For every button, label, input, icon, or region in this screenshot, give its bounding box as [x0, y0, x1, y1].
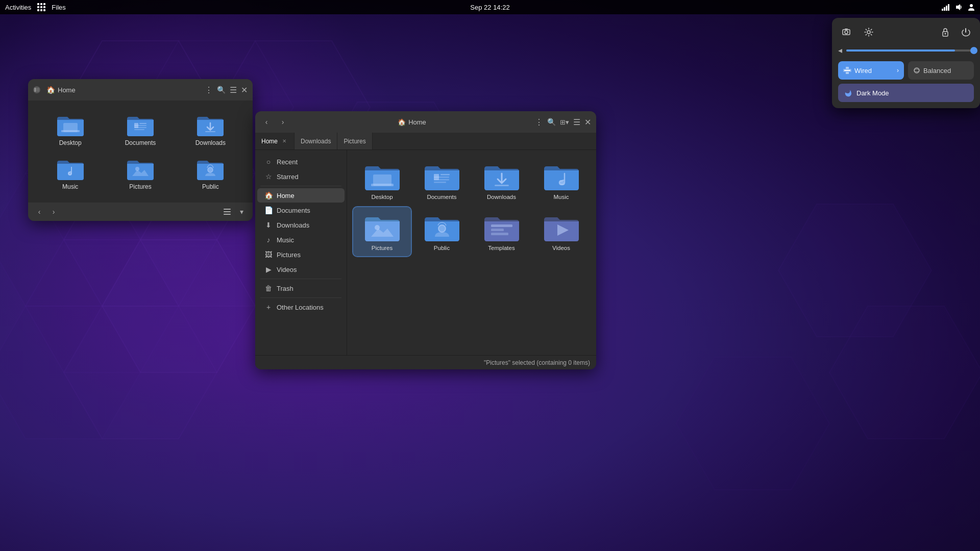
svg-marker-17 — [676, 357, 829, 490]
dark-mode-btn[interactable]: Dark Mode — [838, 84, 974, 102]
large-fm-body: ○ Recent ☆ Starred 🏠 Home 📄 Documents ⬇ … — [255, 150, 596, 355]
volume-slider[interactable] — [846, 49, 974, 52]
screenshot-btn[interactable] — [838, 24, 854, 40]
sidebar-item-home[interactable]: 🏠 Home — [257, 188, 345, 203]
sidebar-item-downloads[interactable]: ⬇ Downloads — [257, 218, 345, 232]
sidebar-item-music[interactable]: ♪ Music — [257, 233, 345, 247]
tab-home-close[interactable]: ✕ — [281, 138, 288, 145]
sidebar-item-trash[interactable]: 🗑 Trash — [257, 281, 345, 295]
sidebar-recent-label: Recent — [277, 158, 298, 166]
large-fm-location: 🏠 Home — [293, 118, 531, 126]
power-btn[interactable] — [958, 24, 974, 40]
small-file-manager: 🏠 Home ⋮ 🔍 ☰ ✕ Desktop — [28, 79, 253, 221]
large-fm-item-desktop[interactable]: Desktop — [353, 156, 411, 205]
wired-network-btn[interactable]: Wired › — [838, 61, 904, 80]
svg-rect-25 — [37, 88, 39, 92]
large-fm-back-btn[interactable]: ‹ — [260, 116, 273, 128]
balanced-btn[interactable]: Balanced — [908, 61, 974, 80]
videos-sidebar-icon: ▶ — [264, 265, 273, 273]
small-fm-close-btn[interactable]: ✕ — [241, 85, 248, 95]
small-fm-menu-btn[interactable]: ⋮ — [205, 85, 213, 95]
large-fm-search-btn[interactable]: 🔍 — [547, 118, 556, 126]
svg-point-50 — [438, 225, 446, 232]
sidebar-pictures-label: Pictures — [277, 251, 301, 259]
small-fm-documents-label: Documents — [125, 139, 156, 146]
svg-point-56 — [845, 31, 848, 34]
recent-icon: ○ — [264, 158, 273, 166]
svg-point-58 — [867, 31, 870, 34]
settings-btn[interactable] — [861, 24, 877, 40]
large-fm-close-btn[interactable]: ✕ — [584, 117, 591, 127]
volume-left-icon: ◂ — [838, 45, 842, 55]
small-fm-item-desktop[interactable]: Desktop — [36, 109, 104, 151]
network-row: Wired › Balanced — [838, 61, 974, 80]
activities-button[interactable]: Activities — [5, 4, 31, 11]
svg-rect-53 — [491, 233, 508, 235]
volume-thumb — [970, 47, 977, 54]
large-fm-forward-btn[interactable]: › — [277, 116, 289, 128]
sidebar-item-documents[interactable]: 📄 Documents — [257, 203, 345, 217]
home-icon: 🏠 — [398, 118, 406, 126]
sidebar-divider-3 — [260, 297, 341, 298]
svg-rect-32 — [134, 129, 144, 130]
fm-sidebar-toggle[interactable] — [33, 86, 40, 93]
small-fm-item-music[interactable]: Music — [36, 153, 104, 194]
sound-icon[interactable] — [954, 4, 963, 11]
folder-pictures-icon — [126, 157, 155, 181]
large-fm-tabs: Home ✕ Downloads Pictures — [255, 133, 596, 150]
large-file-manager: ‹ › 🏠 Home ⋮ 🔍 ⊞▾ ☰ ✕ Home ✕ Downloads P… — [255, 111, 596, 369]
large-fm-item-music[interactable]: Music — [532, 156, 590, 205]
large-fm-item-downloads[interactable]: Downloads — [473, 156, 530, 205]
folder-lg-music-icon — [543, 161, 580, 192]
topbar-right — [941, 4, 975, 11]
large-fm-downloads-label: Downloads — [487, 194, 516, 200]
topbar-center: Sep 22 14:22 — [470, 4, 509, 11]
tab-pictures-label: Pictures — [344, 138, 365, 145]
large-fm-menu-btn[interactable]: ⋮ — [535, 117, 543, 127]
network-icon[interactable] — [941, 4, 949, 11]
svg-rect-51 — [491, 224, 512, 227]
small-fm-item-documents[interactable]: Documents — [106, 109, 174, 151]
folder-music-icon — [56, 157, 85, 181]
folder-lg-templates-icon — [483, 212, 520, 243]
small-fm-item-public[interactable]: Public — [177, 153, 244, 194]
tab-home-label: Home — [261, 138, 278, 145]
large-fm-item-templates[interactable]: Templates — [473, 207, 530, 256]
large-fm-item-videos[interactable]: Videos — [532, 207, 590, 256]
svg-rect-38 — [224, 211, 231, 212]
large-fm-item-public[interactable]: Public — [413, 207, 471, 256]
sidebar-item-videos[interactable]: ▶ Videos — [257, 262, 345, 277]
small-fm-item-pictures[interactable]: Pictures — [106, 153, 174, 194]
large-fm-tab-home[interactable]: Home ✕ — [255, 133, 295, 149]
small-fm-item-downloads[interactable]: Downloads — [177, 109, 244, 151]
system-panel: ◂ Wired › Balanced — [832, 18, 980, 108]
folder-desktop-icon — [56, 113, 85, 137]
lock-btn[interactable] — [937, 24, 953, 40]
svg-rect-64 — [846, 72, 849, 74]
folder-lg-desktop-icon — [364, 161, 401, 192]
topbar-apps-icon[interactable] — [37, 3, 45, 11]
large-fm-item-documents[interactable]: Documents — [413, 156, 471, 205]
large-fm-tab-downloads[interactable]: Downloads — [295, 133, 337, 149]
sidebar-item-other[interactable]: + Other Locations — [257, 300, 345, 314]
small-fm-list-view-btn[interactable] — [221, 206, 233, 218]
small-fm-forward-btn[interactable]: › — [47, 206, 60, 218]
folder-lg-downloads-icon — [483, 161, 520, 192]
small-fm-back-btn[interactable]: ‹ — [33, 206, 45, 218]
user-icon[interactable] — [968, 4, 975, 11]
sidebar-item-recent[interactable]: ○ Recent — [257, 155, 345, 169]
small-fm-options-btn[interactable]: ☰ — [230, 85, 237, 95]
sidebar-divider-2 — [260, 279, 341, 279]
large-fm-options-btn[interactable]: ☰ — [573, 117, 580, 127]
large-fm-tab-pictures[interactable]: Pictures — [337, 133, 372, 149]
small-fm-dropdown-btn[interactable]: ▾ — [235, 206, 248, 218]
large-fm-item-pictures[interactable]: Pictures — [353, 207, 411, 256]
files-app-label[interactable]: Files — [52, 4, 65, 11]
large-fm-pictures-label: Pictures — [372, 245, 393, 251]
sidebar-item-starred[interactable]: ☆ Starred — [257, 169, 345, 184]
starred-icon: ☆ — [264, 172, 273, 181]
sidebar-item-pictures[interactable]: 🖼 Pictures — [257, 247, 345, 262]
small-fm-search-btn[interactable]: 🔍 — [217, 86, 226, 94]
large-fm-view-btn[interactable]: ⊞▾ — [560, 118, 569, 126]
folder-documents-icon — [126, 113, 155, 137]
